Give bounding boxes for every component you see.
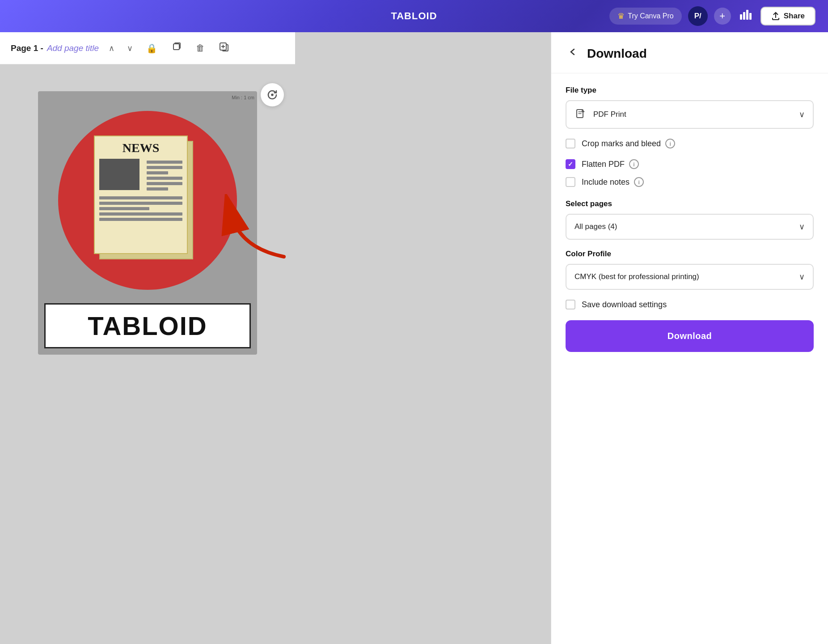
include-notes-label: Include notes i	[582, 177, 644, 187]
panel-title: Download	[587, 47, 647, 61]
color-profile-label: Color Profile	[566, 250, 814, 258]
svg-rect-0	[740, 14, 742, 20]
file-type-dropdown[interactable]: PDF Print ∨	[566, 100, 814, 129]
save-settings-label: Save download settings	[582, 300, 667, 309]
news-line	[147, 161, 182, 164]
avatar-button[interactable]: P/	[688, 6, 708, 26]
lock-icon-button[interactable]: 🔒	[143, 41, 161, 55]
news-line	[147, 177, 182, 180]
flatten-pdf-label: Flatten PDF i	[582, 159, 639, 169]
page-down-button[interactable]: ∨	[124, 42, 135, 55]
news-lines-bottom	[99, 196, 182, 221]
red-circle-container: NEWS	[45, 97, 250, 303]
file-type-label: File type	[566, 86, 814, 95]
select-pages-chevron-icon: ∨	[799, 222, 805, 232]
canvas-preview[interactable]: Min : 1 cm NEWS	[38, 91, 257, 355]
duplicate-page-button[interactable]	[168, 40, 185, 56]
include-notes-row: Include notes i	[566, 177, 814, 187]
tabloid-label: TABLOID	[44, 303, 251, 348]
svg-rect-1	[743, 12, 745, 20]
header-title: TABLOID	[391, 10, 437, 22]
try-canva-pro-button[interactable]: ♛ Try Canva Pro	[609, 8, 682, 25]
tabloid-text: TABLOID	[46, 311, 249, 341]
color-profile-chevron-icon: ∨	[799, 272, 805, 282]
panel-header: Download	[551, 32, 828, 73]
add-page-button[interactable]	[215, 40, 232, 56]
news-line	[99, 218, 182, 221]
try-pro-label: Try Canva Pro	[628, 12, 674, 20]
include-notes-info-icon[interactable]: i	[634, 177, 644, 187]
svg-rect-2	[746, 10, 748, 20]
svg-point-6	[272, 94, 273, 96]
share-button[interactable]: Share	[760, 7, 815, 25]
plus-button[interactable]: +	[714, 8, 731, 25]
crop-marks-label: Crop marks and bleed i	[582, 139, 675, 148]
newspaper-canvas: Min : 1 cm NEWS	[38, 91, 257, 355]
back-button[interactable]	[566, 45, 580, 62]
download-button[interactable]: Download	[566, 320, 814, 352]
news-line	[99, 207, 149, 210]
file-type-value: PDF Print	[593, 110, 626, 119]
color-profile-value: CMYK (best for professional printing)	[575, 272, 699, 281]
news-line	[99, 196, 182, 199]
news-image	[99, 159, 139, 190]
red-circle: NEWS	[58, 111, 237, 290]
flatten-pdf-checkbox[interactable]	[566, 159, 575, 169]
crop-marks-checkbox[interactable]	[566, 139, 575, 148]
save-settings-checkbox[interactable]	[566, 300, 575, 309]
color-profile-dropdown[interactable]: CMYK (best for professional printing) ∨	[566, 264, 814, 290]
news-header: NEWS	[99, 141, 182, 155]
newspaper-stack: NEWS	[94, 136, 201, 265]
select-pages-label: Select pages	[566, 199, 814, 208]
page-number: Page 1 -	[11, 43, 43, 53]
add-page-title[interactable]: Add page title	[47, 43, 99, 53]
canvas-preview-wrapper: Min : 1 cm NEWS	[38, 78, 257, 355]
canvas-area: Page 1 - Add page title ∧ ∨ 🔒 🗑 Min : 1 …	[0, 32, 295, 644]
news-line	[147, 171, 168, 174]
svg-rect-3	[749, 13, 752, 20]
crop-marks-row: Crop marks and bleed i	[566, 139, 814, 148]
panel-content: File type PDF Print ∨ Crop marks and	[551, 73, 828, 644]
include-notes-checkbox[interactable]	[566, 177, 575, 187]
select-pages-value: All pages (4)	[575, 222, 617, 231]
refresh-button[interactable]	[261, 83, 284, 106]
news-line	[147, 166, 182, 169]
news-line	[147, 182, 182, 185]
news-line	[147, 187, 168, 191]
page-toolbar: Page 1 - Add page title ∧ ∨ 🔒 🗑	[0, 32, 295, 64]
delete-page-button[interactable]: 🗑	[192, 41, 208, 55]
page-title: Page 1 - Add page title	[11, 43, 99, 53]
crown-icon: ♛	[617, 11, 625, 21]
page-up-button[interactable]: ∧	[106, 42, 117, 55]
svg-rect-4	[173, 44, 179, 50]
analytics-button[interactable]	[737, 7, 754, 25]
news-line	[99, 212, 182, 216]
pdf-icon	[575, 108, 587, 121]
flatten-pdf-info-icon[interactable]: i	[629, 159, 639, 169]
chevron-down-icon: ∨	[799, 110, 805, 119]
newspaper-front: NEWS	[94, 136, 188, 254]
share-label: Share	[784, 12, 805, 21]
select-pages-dropdown[interactable]: All pages (4) ∨	[566, 214, 814, 240]
header: TABLOID ♛ Try Canva Pro P/ + Share	[0, 0, 828, 32]
middle-area	[295, 32, 551, 644]
news-line	[99, 202, 182, 205]
flatten-pdf-row: Flatten PDF i	[566, 159, 814, 169]
download-panel: Download File type PDF Print ∨	[551, 32, 828, 644]
crop-marks-info-icon[interactable]: i	[665, 139, 675, 148]
save-settings-row: Save download settings	[566, 300, 814, 309]
